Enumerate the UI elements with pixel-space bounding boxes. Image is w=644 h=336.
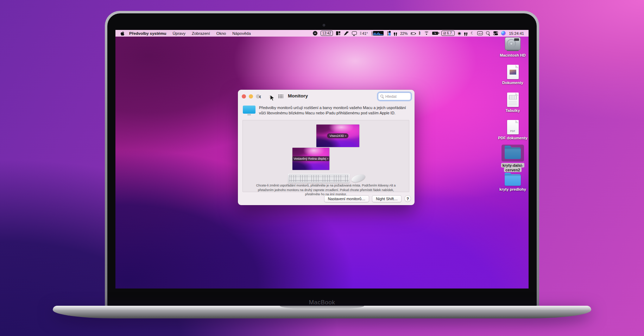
display-thumbnail-viseo243d[interactable]: Viseo243D ›	[316, 125, 359, 147]
search-field[interactable]	[378, 93, 411, 100]
airpods-battery-icon	[411, 32, 415, 35]
display-thumbnail-retina[interactable]: Vestavěný Retina displej ›	[292, 148, 329, 170]
mouse-cursor	[270, 95, 275, 101]
display-name-pill: Viseo243D ›	[327, 133, 348, 138]
airpods-icon[interactable]	[394, 32, 397, 34]
touchbar-icon[interactable]	[477, 31, 483, 35]
apple-menu-icon[interactable]	[120, 31, 125, 36]
menu-clock[interactable]: 15:24:41	[509, 31, 524, 36]
display-arrangement-panel: Viseo243D › Vestavěný Retina displej › C…	[242, 120, 409, 192]
macbook-base	[53, 306, 591, 318]
menu-predvolby-systemu[interactable]: Předvolby systému	[126, 31, 169, 36]
cpu-label: CPU	[371, 31, 373, 36]
menu-zobrazeni[interactable]: Zobrazení	[189, 31, 213, 36]
mem-bar	[389, 31, 391, 36]
bolt-icon: ϟ	[434, 32, 436, 35]
desktop-icon-pdf-dokumenty[interactable]: PDF PDF dokumenty	[496, 120, 529, 140]
spreadsheet-file-icon	[507, 93, 519, 107]
search-icon	[380, 95, 384, 98]
wifi-icon[interactable]	[424, 31, 429, 35]
macbook-brand-label: MacBook	[107, 299, 537, 306]
desktop-icon-label: kryty predlohy	[496, 187, 529, 192]
chevron-right-icon: ›	[327, 156, 328, 161]
menu-bar: Předvolby systému Úpravy Zobrazení Okno …	[115, 30, 529, 37]
webcam-dot	[323, 24, 325, 26]
desktop-icon-dokumenty[interactable]: Dokumenty	[496, 65, 529, 85]
desktop-icon-label: Tabulky	[496, 108, 529, 113]
cpu-graph	[373, 31, 384, 36]
airpods-battery-value: 22%	[400, 31, 408, 36]
mouse-image	[351, 173, 366, 183]
display-name: Viseo243D	[329, 133, 344, 138]
help-button[interactable]: ?	[404, 195, 411, 202]
folder-icon	[505, 174, 521, 186]
control-center-icon[interactable]	[493, 31, 498, 36]
keyboard-image	[288, 174, 350, 183]
desktop-icon-tabulky[interactable]: Tabulky	[496, 93, 529, 113]
spotlight-icon[interactable]	[486, 31, 490, 36]
base-body	[53, 310, 591, 318]
desktop-icon-kryty-predlohy[interactable]: kryty predlohy	[496, 174, 529, 192]
desktop-icon-label: Macintosh HD	[496, 53, 529, 58]
displays-pref-icon	[243, 106, 255, 115]
pdf-file-icon: PDF	[507, 120, 519, 134]
temperature-value: 41°	[362, 31, 368, 36]
weather-widget[interactable]: 41°	[360, 31, 368, 36]
macbook-screen: Předvolby systému Úpravy Zobrazení Okno …	[115, 30, 529, 289]
siri-icon[interactable]	[501, 31, 506, 36]
folder-icon	[505, 147, 521, 159]
night-shift-button[interactable]: Night Shift…	[372, 195, 402, 202]
status-icon-tray: ∞ 13:42 41° CPU MEM 22% ᛒ ϟ út 6.7. ◉ ☾ …	[313, 31, 529, 36]
pane-description: Předvolby monitorů určují rozlišení a ba…	[259, 105, 410, 115]
window-tiling-icon[interactable]	[336, 31, 341, 35]
desktop-icon-label: PDF dokumenty	[496, 136, 529, 140]
display-settings-button[interactable]: Nastavení monitorů…	[324, 195, 369, 202]
documents-file-icon	[507, 65, 519, 79]
desktop-icon-label-selected: kryty-dalsi-cerven2	[496, 163, 529, 172]
display-name-pill: Vestavěný Retina displej ›	[292, 156, 329, 161]
airpods-status-icon[interactable]	[464, 32, 467, 34]
pdf-badge: PDF	[510, 130, 516, 132]
creative-cloud-icon[interactable]: ∞	[313, 31, 317, 36]
cpu-monitor-widget[interactable]: CPU	[371, 31, 384, 36]
mem-label: MEM	[387, 31, 389, 36]
display-status-icon[interactable]	[352, 31, 357, 35]
desktop-icon-label: Dokumenty	[496, 81, 529, 85]
window-title: Monitory	[288, 93, 308, 99]
selection-highlight	[501, 145, 524, 161]
show-all-grid-icon[interactable]	[278, 94, 283, 98]
hard-drive-icon	[505, 37, 521, 52]
back-button[interactable]: ‹	[258, 91, 263, 101]
close-button[interactable]	[242, 94, 246, 99]
memory-monitor-widget[interactable]: MEM	[387, 31, 391, 36]
weather-detail-icon	[360, 32, 361, 34]
stylus-disconnected-icon[interactable]	[344, 31, 349, 36]
menu-napoveda[interactable]: Nápověda	[229, 31, 254, 36]
pane-description-row: Předvolby monitorů určují rozlišení a ba…	[243, 105, 410, 115]
search-input[interactable]	[385, 94, 409, 99]
system-preferences-window: ‹ › Monitory Předvolby monitorů určují r…	[238, 90, 415, 205]
display-name: Vestavěný Retina displej	[293, 156, 326, 161]
record-icon[interactable]: ◉	[458, 31, 461, 35]
desktop-icon-macintosh-hd[interactable]: Macintosh HD	[496, 37, 529, 58]
page: { "laptop": { "brand": "MacBook" }, "men…	[0, 0, 644, 336]
date-widget[interactable]: út 6.7.	[441, 31, 455, 36]
clock-widget[interactable]: 13:42	[321, 31, 333, 36]
menu-upravy[interactable]: Úpravy	[169, 31, 188, 36]
minimize-button[interactable]	[249, 94, 253, 99]
chevron-right-icon: ›	[345, 133, 346, 138]
window-footer: Nastavení monitorů… Night Shift… ?	[238, 192, 415, 205]
focus-moon-icon[interactable]: ☾	[471, 31, 474, 35]
battery-charging-icon[interactable]: ϟ	[432, 32, 438, 35]
desktop-icon-kryty-dalsi-cerven2[interactable]: kryty-dalsi-cerven2	[496, 145, 529, 172]
bluetooth-icon[interactable]: ᛒ	[418, 31, 421, 35]
menu-okno[interactable]: Okno	[213, 31, 229, 36]
